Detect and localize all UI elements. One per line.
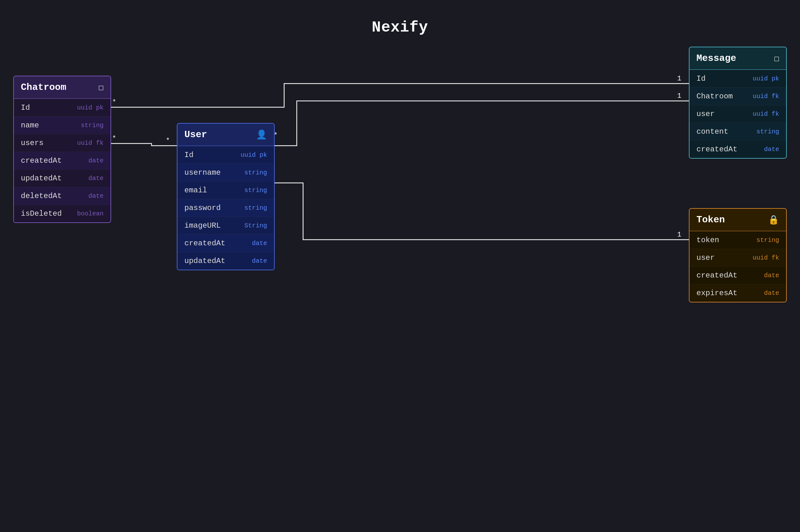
message-header: Message ☐ bbox=[690, 47, 786, 70]
token-title: Token bbox=[696, 214, 725, 225]
chatroom-field-updatedat: updatedAt date bbox=[14, 169, 110, 187]
token-createdat-type: date bbox=[764, 272, 779, 279]
message-content-type: string bbox=[757, 128, 779, 135]
message-field-user: user uuid fk bbox=[690, 105, 786, 123]
user-password-type: string bbox=[244, 204, 267, 212]
message-chatroom-name: Chatroom bbox=[696, 92, 733, 100]
chatroom-updatedat-type: date bbox=[88, 175, 104, 182]
user-updatedat-type: date bbox=[252, 257, 267, 265]
chatroom-entity: Chatroom ☐ Id uuid pk name string users … bbox=[13, 76, 111, 223]
chatroom-createdat-name: createdAt bbox=[21, 156, 62, 165]
user-imageurl-type: String bbox=[244, 222, 267, 229]
message-field-createdat: createdAt date bbox=[690, 140, 786, 158]
chatroom-createdat-type: date bbox=[88, 157, 104, 164]
chatroom-users-name: users bbox=[21, 139, 43, 147]
message-user-name: user bbox=[696, 110, 715, 118]
user-id-type: uuid pk bbox=[240, 151, 267, 159]
chatroom-field-name: name string bbox=[14, 116, 110, 134]
user-field-email: email string bbox=[178, 181, 274, 199]
message-createdat-name: createdAt bbox=[696, 145, 738, 154]
user-id-name: Id bbox=[184, 151, 194, 159]
token-icon: 🔒 bbox=[768, 214, 779, 225]
message-content-name: content bbox=[696, 128, 728, 136]
message-field-id: Id uuid pk bbox=[690, 70, 786, 87]
chatroom-field-isdeleted: isDeleted boolean bbox=[14, 205, 110, 222]
chatroom-header: Chatroom ☐ bbox=[14, 76, 110, 99]
chatroom-id-type: uuid pk bbox=[77, 104, 104, 111]
token-expiresat-type: date bbox=[764, 289, 779, 297]
chatroom-users-type: uuid fk bbox=[77, 139, 104, 147]
user-email-name: email bbox=[184, 186, 207, 194]
chatroom-user-connector bbox=[111, 144, 177, 146]
chatroom-title: Chatroom bbox=[21, 82, 66, 93]
token-field-expiresat: expiresAt date bbox=[690, 284, 786, 302]
user-username-name: username bbox=[184, 168, 221, 177]
message-id-name: Id bbox=[696, 74, 706, 83]
user-token-label: 1 bbox=[677, 231, 681, 239]
message-icon: ☐ bbox=[774, 53, 779, 64]
chatroom-field-users: users uuid fk bbox=[14, 134, 110, 152]
user-token-connector bbox=[275, 183, 689, 240]
chatroom-message-to-label: 1 bbox=[677, 75, 681, 83]
user-password-name: password bbox=[184, 204, 221, 212]
chatroom-updatedat-name: updatedAt bbox=[21, 174, 62, 183]
token-header: Token 🔒 bbox=[690, 209, 786, 231]
token-user-type: uuid fk bbox=[753, 254, 779, 262]
token-token-type: string bbox=[757, 236, 779, 244]
token-entity: Token 🔒 token string user uuid fk create… bbox=[689, 208, 787, 302]
message-field-content: content string bbox=[690, 123, 786, 140]
chatroom-isdeleted-name: isDeleted bbox=[21, 209, 62, 218]
token-createdat-name: createdAt bbox=[696, 271, 738, 280]
chatroom-field-createdat: createdAt date bbox=[14, 152, 110, 169]
user-icon: 👤 bbox=[256, 129, 267, 140]
message-field-chatroom: Chatroom uuid fk bbox=[690, 87, 786, 105]
user-field-updatedat: updatedAt date bbox=[178, 252, 274, 270]
user-field-password: password string bbox=[178, 199, 274, 217]
message-title: Message bbox=[696, 53, 736, 64]
user-message-connector bbox=[275, 101, 689, 146]
user-createdat-name: createdAt bbox=[184, 239, 225, 248]
token-field-createdat: createdAt date bbox=[690, 266, 786, 284]
user-header: User 👤 bbox=[178, 124, 274, 146]
token-token-name: token bbox=[696, 236, 719, 244]
user-imageurl-name: imageURL bbox=[184, 221, 221, 230]
token-field-user: user uuid fk bbox=[690, 249, 786, 266]
chatroom-user-mid-label: * bbox=[166, 137, 170, 145]
token-user-name: user bbox=[696, 253, 715, 262]
page-title: Nexify bbox=[0, 0, 800, 36]
user-email-type: string bbox=[244, 187, 267, 194]
user-message-to-label: 1 bbox=[677, 92, 681, 100]
chatroom-isdeleted-type: boolean bbox=[77, 210, 104, 217]
chatroom-name-type: string bbox=[81, 122, 104, 129]
chatroom-name-name: name bbox=[21, 121, 39, 130]
user-username-type: string bbox=[244, 169, 267, 176]
chatroom-user-from-label: * bbox=[112, 135, 116, 142]
token-field-token: token string bbox=[690, 231, 786, 249]
user-createdat-type: date bbox=[252, 240, 267, 247]
diagram-canvas: Nexify * 1 * 1 * * * * 1 Chatroom ☐ Id bbox=[0, 0, 800, 532]
message-createdat-type: date bbox=[764, 146, 779, 153]
chatroom-icon: ☐ bbox=[98, 82, 104, 93]
message-entity: Message ☐ Id uuid pk Chatroom uuid fk us… bbox=[689, 47, 787, 159]
chatroom-message-connector bbox=[111, 83, 689, 107]
message-chatroom-type: uuid fk bbox=[753, 93, 779, 100]
user-field-username: username string bbox=[178, 164, 274, 181]
chatroom-field-id: Id uuid pk bbox=[14, 99, 110, 116]
chatroom-deletedat-type: date bbox=[88, 192, 104, 200]
chatroom-deletedat-name: deletedAt bbox=[21, 192, 62, 200]
user-field-imageurl: imageURL String bbox=[178, 217, 274, 234]
message-user-type: uuid fk bbox=[753, 110, 779, 118]
chatroom-message-from-label: * bbox=[112, 98, 116, 106]
user-entity: User 👤 Id uuid pk username string email … bbox=[177, 123, 275, 270]
chatroom-field-deletedat: deletedAt date bbox=[14, 187, 110, 205]
token-expiresat-name: expiresAt bbox=[696, 289, 738, 297]
chatroom-id-name: Id bbox=[21, 103, 30, 112]
user-field-createdat: createdAt date bbox=[178, 234, 274, 252]
user-title: User bbox=[184, 129, 207, 140]
message-id-type: uuid pk bbox=[753, 75, 779, 82]
connectors-svg: * 1 * 1 * * * * 1 bbox=[0, 0, 800, 532]
user-updatedat-name: updatedAt bbox=[184, 257, 225, 265]
user-field-id: Id uuid pk bbox=[178, 146, 274, 164]
